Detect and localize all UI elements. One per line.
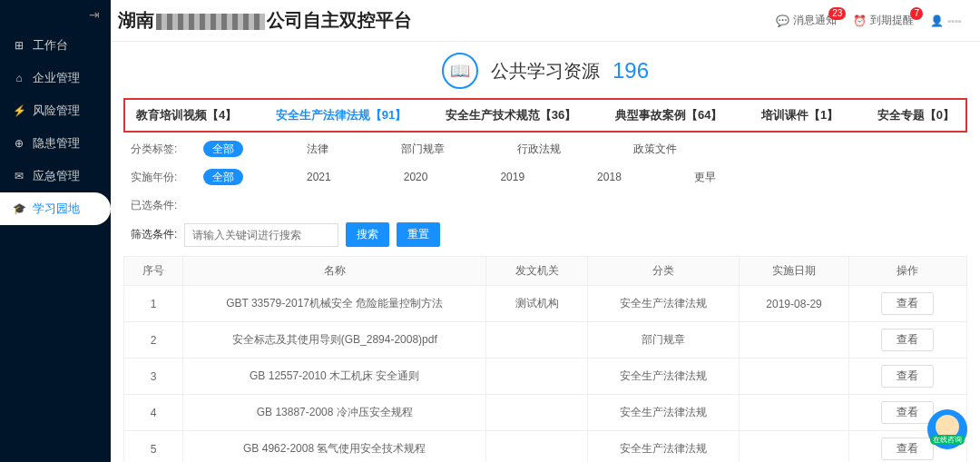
table-row: 4GB 13887-2008 冷冲压安全规程安全生产法律法规查看	[124, 395, 967, 431]
user-menu[interactable]: 👤 ▪▪▪▪	[930, 15, 962, 27]
filter-category-row: 分类标签: 全部法律部门规章行政法规政策文件	[123, 133, 967, 161]
table-cell: 测试机构	[486, 286, 587, 322]
years-tag-3[interactable]: 2019	[491, 169, 534, 185]
filter-selected-label: 已选条件:	[131, 198, 181, 213]
chat-support-button[interactable]: 在线咨询	[927, 409, 967, 449]
nav-label: 企业管理	[33, 70, 80, 86]
notifications-button[interactable]: 💬 消息通知 23	[776, 13, 837, 28]
nav-icon: ⌂	[13, 72, 25, 84]
cats-tag-0[interactable]: 全部	[203, 141, 243, 157]
table-cell: GB 13887-2008 冷冲压安全规程	[183, 395, 486, 431]
filter-category-label: 分类标签:	[131, 142, 181, 157]
table-cell	[486, 359, 587, 395]
filter-search-label: 筛选条件:	[131, 227, 177, 242]
table-header: 分类	[587, 257, 739, 286]
user-name: ▪▪▪▪	[947, 15, 962, 26]
sidebar-item-4[interactable]: ✉应急管理	[0, 160, 111, 192]
sidebar-item-0[interactable]: ⊞工作台	[0, 29, 111, 62]
filter-search-row: 筛选条件: 搜索 重置	[123, 217, 967, 256]
nav-icon: ⊞	[13, 39, 25, 52]
cats-tag-1[interactable]: 法律	[298, 141, 338, 157]
table-row: 1GBT 33579-2017机械安全 危险能量控制方法测试机构安全生产法律法规…	[124, 286, 967, 322]
view-button[interactable]: 查看	[881, 401, 934, 424]
table-cell	[486, 431, 587, 463]
filter-selected-row: 已选条件:	[123, 189, 967, 217]
page-banner: 📖 公共学习资源 196	[123, 47, 967, 98]
tab-4[interactable]: 培训课件【1】	[761, 107, 838, 123]
tab-0[interactable]: 教育培训视频【4】	[136, 107, 237, 123]
category-tabs: 教育培训视频【4】安全生产法律法规【91】安全生产技术规范【36】典型事故案例【…	[123, 98, 967, 133]
banner-title: 公共学习资源	[491, 59, 600, 84]
app-title: 湖南公司自主双控平台	[118, 8, 412, 33]
banner-count: 196	[612, 58, 649, 84]
table-cell: 3	[124, 359, 183, 395]
view-button[interactable]: 查看	[881, 365, 934, 388]
table-cell	[740, 431, 849, 463]
nav-label: 工作台	[33, 37, 68, 54]
view-button[interactable]: 查看	[881, 437, 934, 460]
sidebar-item-2[interactable]: ⚡风险管理	[0, 94, 111, 127]
tab-1[interactable]: 安全生产法律法规【91】	[276, 107, 407, 123]
table-row: 5GB 4962-2008 氢气使用安全技术规程安全生产法律法规查看	[124, 431, 967, 463]
top-bar: 湖南公司自主双控平台 💬 消息通知 23 ⏰ 到期提醒 7 👤 ▪▪▪▪	[0, 0, 980, 42]
years-tag-4[interactable]: 2018	[588, 169, 631, 185]
view-button[interactable]: 查看	[881, 329, 934, 351]
table-header: 名称	[183, 257, 486, 286]
sidebar: ⇥ ⊞工作台⌂企业管理⚡风险管理⊕隐患管理✉应急管理🎓学习园地	[0, 0, 111, 462]
results-table: 序号名称发文机关分类实施日期操作 1GBT 33579-2017机械安全 危险能…	[123, 256, 967, 462]
table-cell: 安全生产法律法规	[587, 359, 739, 395]
years-tag-0[interactable]: 全部	[203, 169, 243, 185]
chat-icon: 💬	[776, 15, 789, 27]
support-label: 在线咨询	[930, 435, 965, 445]
nav-label: 隐患管理	[33, 135, 80, 152]
reset-button[interactable]: 重置	[397, 222, 440, 247]
sidebar-item-5[interactable]: 🎓学习园地	[0, 192, 111, 225]
table-cell: 部门规章	[587, 322, 739, 359]
table-cell: 安全标志及其使用导则(GB_2894-2008)pdf	[183, 322, 486, 359]
sidebar-toggle[interactable]: ⇥	[0, 0, 111, 29]
nav-icon: ⊕	[13, 137, 25, 150]
nav-icon: ✉	[13, 170, 25, 182]
table-cell	[740, 359, 849, 395]
table-cell: 2019-08-29	[740, 286, 849, 322]
clock-icon: ⏰	[853, 15, 867, 27]
reminders-button[interactable]: ⏰ 到期提醒 7	[853, 13, 914, 28]
filter-year-row: 实施年份: 全部2021202020192018更早	[123, 161, 967, 189]
table-row: 3GB 12557-2010 木工机床 安全通则安全生产法律法规查看	[124, 359, 967, 395]
table-cell: 2	[124, 322, 183, 359]
tab-3[interactable]: 典型事故案例【64】	[615, 107, 722, 123]
years-tag-2[interactable]: 2020	[395, 169, 437, 185]
reminders-label: 到期提醒	[870, 13, 914, 28]
table-header: 序号	[124, 257, 183, 286]
table-cell	[486, 322, 587, 359]
cats-tag-2[interactable]: 部门规章	[392, 141, 454, 157]
table-header: 实施日期	[740, 257, 849, 286]
book-icon: 📖	[442, 53, 478, 89]
table-cell: 安全生产法律法规	[587, 286, 739, 322]
nav-icon: ⚡	[13, 104, 25, 117]
table-cell	[486, 395, 587, 431]
search-button[interactable]: 搜索	[346, 222, 389, 247]
nav-label: 学习园地	[33, 201, 80, 217]
reminders-badge: 7	[910, 7, 923, 20]
sidebar-item-1[interactable]: ⌂企业管理	[0, 62, 111, 94]
tab-2[interactable]: 安全生产技术规范【36】	[446, 107, 576, 123]
sidebar-item-3[interactable]: ⊕隐患管理	[0, 127, 111, 160]
cats-tag-4[interactable]: 政策文件	[624, 141, 686, 157]
years-tag-5[interactable]: 更早	[685, 169, 725, 185]
tab-5[interactable]: 安全专题【0】	[877, 107, 955, 123]
table-cell: 1	[124, 286, 183, 322]
view-button[interactable]: 查看	[881, 292, 934, 315]
years-tag-1[interactable]: 2021	[298, 169, 340, 185]
table-cell: GB 12557-2010 木工机床 安全通则	[183, 359, 486, 395]
table-header: 操作	[848, 257, 966, 286]
table-cell: 5	[124, 431, 183, 463]
table-cell: 安全生产法律法规	[587, 431, 739, 463]
search-input[interactable]	[184, 223, 338, 247]
nav-label: 风险管理	[33, 103, 80, 119]
main-content: 📖 公共学习资源 196 教育培训视频【4】安全生产法律法规【91】安全生产技术…	[111, 42, 980, 462]
cats-tag-3[interactable]: 行政法规	[508, 141, 570, 157]
table-header: 发文机关	[486, 257, 587, 286]
table-cell: GBT 33579-2017机械安全 危险能量控制方法	[183, 286, 486, 322]
title-redacted	[156, 14, 265, 30]
